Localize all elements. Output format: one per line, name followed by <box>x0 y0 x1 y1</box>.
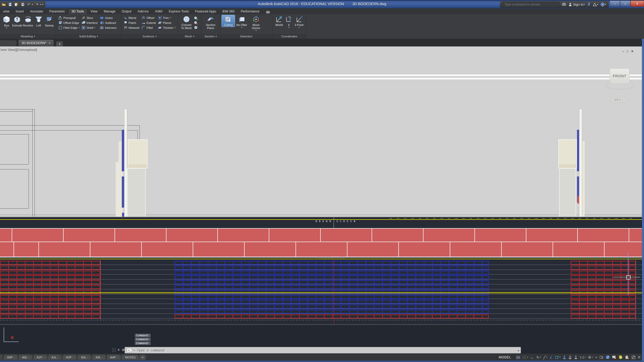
left-unit-cabinet-box[interactable] <box>128 139 147 168</box>
panel-title-coordinates[interactable]: Coordinates <box>272 34 306 39</box>
left-unit-blue-strip[interactable] <box>122 176 124 208</box>
object-snap-tracking-icon[interactable]: ∠ <box>549 356 553 359</box>
convert-to-mesh-button[interactable]: Convert To Mesh <box>180 15 193 30</box>
panel-title-section[interactable]: Section▾ <box>201 34 220 39</box>
layout-tab-a2p[interactable]: A2P - <box>62 355 77 360</box>
clean-screen-icon[interactable] <box>632 356 635 359</box>
sign-in-button[interactable]: Sign In ▾ <box>569 3 585 6</box>
chevron-down-icon[interactable]: ▾ <box>134 349 135 351</box>
blend-button[interactable]: Blend <box>123 16 140 20</box>
fillet-edge-button[interactable]: Fillet Edge▾ <box>58 25 80 30</box>
panel-title-solid-editing[interactable]: Solid Editing▾ <box>56 34 121 39</box>
intersect-button[interactable]: Intersect <box>99 25 117 30</box>
loft-button[interactable]: Loft <box>33 15 44 27</box>
command-history-up-icon[interactable]: ▴ <box>518 349 519 352</box>
tab-featured-apps[interactable]: Featured Apps <box>192 9 219 14</box>
ortho-icon[interactable]: ∟ <box>531 356 534 359</box>
undo-icon[interactable]: ↶ <box>26 2 31 7</box>
interfere-button[interactable]: Interfere <box>81 21 98 25</box>
redo-icon[interactable]: ↷ <box>35 2 39 7</box>
doc-close-icon[interactable]: ✕ <box>631 50 634 53</box>
command-line[interactable]: >_ ▾ ▴ <box>125 347 521 353</box>
command-dock-handle[interactable]: ✕ ⚒ <box>111 347 126 353</box>
a360-icon[interactable]: ▾ <box>593 3 598 6</box>
drag-grip-icon[interactable] <box>113 348 115 352</box>
command-input[interactable] <box>136 348 516 352</box>
tab-a360[interactable]: A360 <box>152 9 165 14</box>
smooth-less-icon[interactable] <box>194 21 198 25</box>
tab-view[interactable]: View <box>88 9 101 14</box>
model-space-button[interactable]: MODEL <box>496 355 514 360</box>
wcs-menu[interactable]: WCS▾ <box>612 97 626 102</box>
red-tile-row[interactable] <box>0 242 642 257</box>
exchange-apps-icon[interactable]: X <box>587 2 590 7</box>
tab-home[interactable]: ome <box>0 9 12 14</box>
sign-in-dropdown-icon[interactable]: ▾ <box>584 3 585 6</box>
move-gizmo-button[interactable]: Move Gizmo▾ <box>249 15 263 32</box>
file-tab-active[interactable]: 3D BODEDERN* ✕ <box>18 39 54 46</box>
maximize-button[interactable]: □ <box>620 1 630 7</box>
seating-pattern-band[interactable] <box>0 257 642 325</box>
world-ucs-button[interactable]: World <box>274 15 284 27</box>
new-drawing-tab-button[interactable]: + <box>56 41 63 46</box>
tab-express-tools[interactable]: Express Tools <box>166 9 192 14</box>
thicken-button[interactable]: Thicken▾ <box>157 25 176 30</box>
left-unit-blue-strip[interactable] <box>122 130 124 171</box>
patch-button[interactable]: Patch <box>123 21 140 25</box>
section-plane-button[interactable]: Section Plane <box>203 15 218 30</box>
tab-performance[interactable]: Performance <box>238 9 263 14</box>
undo-dropdown-icon[interactable]: ▾ <box>32 3 33 6</box>
panel-title-surfaces[interactable]: Surfaces▾ <box>121 34 178 39</box>
union-button[interactable]: Union <box>99 16 117 20</box>
drawing-area[interactable]: tom View][Conceptual] <box>0 46 644 354</box>
panel-title-mesh[interactable]: Mesh▾ <box>178 34 201 39</box>
save-icon[interactable] <box>8 2 12 7</box>
new-layout-button[interactable]: + <box>139 355 146 360</box>
annotation-scale-value[interactable]: 1:1▾ <box>580 356 586 359</box>
surf-trim-button[interactable]: Trim▾ <box>157 16 176 20</box>
surf-extend-button[interactable]: Extend <box>141 21 157 25</box>
viewport-upper-region[interactable]: tom View][Conceptual] <box>0 46 642 217</box>
tab-parametric[interactable]: Parametric <box>46 9 68 14</box>
panel-title-selection[interactable]: Selection <box>220 34 272 39</box>
network-button[interactable]: Network <box>123 25 140 30</box>
stage-dark-band[interactable]: BROWN SCREEN <box>0 217 642 229</box>
isodraft-icon[interactable]: ╱▾ <box>543 356 547 359</box>
sweep-button[interactable]: Sweep <box>44 15 54 27</box>
box-button[interactable]: Box▾ <box>2 15 12 29</box>
layout-tab-a3l[interactable]: A3L - <box>92 355 106 360</box>
trusted-app-icon[interactable] <box>619 355 623 359</box>
close-button[interactable]: ✕ <box>630 1 644 7</box>
tab-add-ins[interactable]: Add-ins <box>135 9 152 14</box>
annotation-scale-icon[interactable] <box>574 356 578 359</box>
layout-tab-a1p[interactable]: A1P - <box>33 355 48 360</box>
command-close-icon[interactable]: ✕ <box>117 348 120 352</box>
graphics-performance-icon[interactable]: ! <box>612 355 616 359</box>
file-tab-partial[interactable] <box>0 40 17 46</box>
tab-insert[interactable]: Insert <box>12 9 27 14</box>
tab-manage[interactable]: Manage <box>100 9 118 14</box>
tab-bim-360[interactable]: BIM 360 <box>219 9 238 14</box>
three-point-button[interactable]: 3 3 Point▾ <box>293 15 305 29</box>
smooth-more-icon[interactable] <box>194 16 198 20</box>
quick-properties-icon[interactable] <box>600 356 603 359</box>
slice-button[interactable]: Slice <box>81 16 98 20</box>
plot-icon[interactable] <box>20 2 25 7</box>
tab-3d-tools[interactable]: 3D Tools <box>68 9 87 14</box>
plot-notification-icon[interactable]: ! <box>625 355 629 359</box>
command-customize-icon[interactable]: ⚒ <box>122 348 125 352</box>
polar-tracking-icon[interactable]: ↻▾ <box>536 356 541 359</box>
layout-tab-a0p[interactable]: A0P - <box>3 355 18 360</box>
viewcube[interactable]: FRONT <box>610 68 629 84</box>
viewcube-face-label[interactable]: FRONT <box>613 74 626 78</box>
revolve-button[interactable]: Revolve <box>23 15 33 27</box>
panel-title-modeling[interactable]: Modeling▾ <box>0 34 56 39</box>
presspull-button[interactable]: Presspull <box>58 16 80 20</box>
help-icon[interactable]: ?▾ <box>601 3 606 6</box>
doc-minimize-icon[interactable]: – <box>622 50 624 53</box>
layout-tab-a4p[interactable]: A4P - <box>106 355 121 360</box>
layout-tab-a1l[interactable]: A1L - <box>48 355 62 360</box>
minimize-button[interactable]: – <box>610 1 620 7</box>
no-filter-button[interactable]: No Filter▾ <box>235 15 248 29</box>
workspace-gear-icon[interactable]: ⚙▾ <box>588 356 593 359</box>
